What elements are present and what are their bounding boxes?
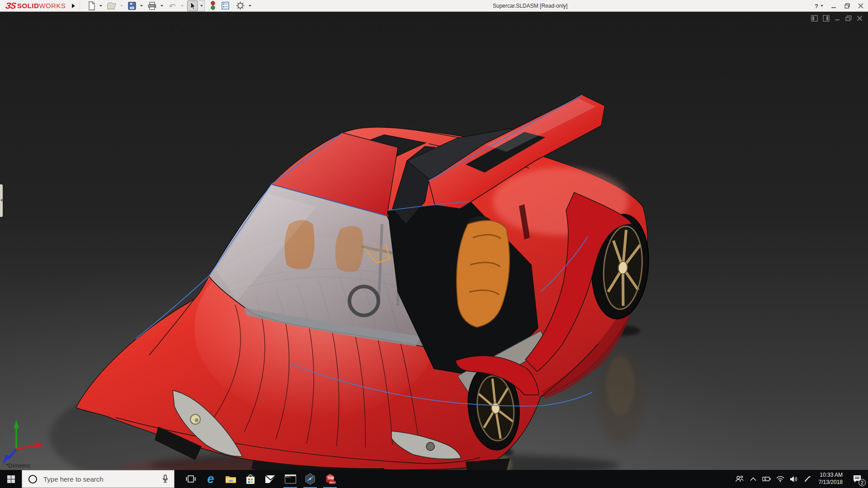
cortana-icon (28, 475, 37, 483)
file-properties-button[interactable] (220, 0, 231, 11)
rebuild-button[interactable] (209, 0, 217, 11)
windows-taskbar: e C (0, 470, 868, 488)
new-document-button[interactable] (86, 0, 97, 11)
print-button[interactable] (146, 0, 158, 11)
open-button[interactable] (106, 0, 118, 11)
pane-right-icon[interactable] (823, 15, 830, 22)
people-button[interactable] (734, 470, 745, 488)
chevron-up-icon (750, 477, 756, 481)
select-tool-dropdown[interactable] (199, 0, 205, 11)
notification-badge: 2 (859, 479, 866, 486)
open-folder-icon (107, 1, 117, 10)
restore-icon (844, 3, 850, 9)
new-document-icon (87, 1, 96, 10)
document-minimize-icon[interactable] (835, 15, 840, 21)
windows-ink-pen-icon (804, 475, 811, 483)
document-window-controls (811, 15, 863, 22)
solidworks-2017-button[interactable]: SW 2017 (320, 470, 340, 488)
print-icon (147, 1, 157, 10)
action-center-button[interactable]: 2 (848, 470, 866, 488)
clock-time: 10:33 AM (819, 472, 843, 479)
microphone-icon[interactable] (162, 474, 169, 483)
tray-overflow-button[interactable] (747, 470, 759, 488)
battery-charging-icon (762, 476, 771, 482)
store-icon (245, 474, 255, 484)
wifi-icon (776, 476, 784, 482)
view-orientation-label: *Dimetric (6, 462, 31, 469)
people-icon (736, 475, 744, 483)
taskbar-clock[interactable]: 10:33 AM 7/13/2018 (815, 472, 846, 486)
triad-y-axis (14, 419, 19, 428)
select-tool-button[interactable] (187, 0, 198, 11)
hexagon-3d-app-button[interactable] (300, 470, 320, 488)
undo-dropdown[interactable] (181, 5, 184, 7)
new-document-dropdown[interactable] (99, 5, 102, 7)
battery-button[interactable] (761, 470, 773, 488)
minimize-icon (831, 4, 836, 9)
options-gear-icon (236, 1, 245, 10)
open-dropdown[interactable] (120, 5, 123, 7)
options-dropdown[interactable] (249, 5, 251, 7)
volume-icon (790, 476, 798, 483)
document-restore-icon[interactable] (845, 15, 852, 22)
undo-icon (168, 1, 177, 10)
document-close-icon[interactable] (857, 15, 863, 21)
rebuild-stoplight-icon (210, 1, 216, 10)
store-button[interactable] (241, 470, 260, 488)
network-button[interactable] (774, 470, 786, 488)
menu-expand-arrow-icon[interactable] (72, 4, 75, 8)
edge-icon: e (207, 473, 214, 485)
undo-button[interactable] (167, 0, 178, 11)
minimize-button[interactable] (831, 4, 836, 9)
file-explorer-button[interactable] (221, 470, 241, 488)
triad-x-axis (35, 442, 43, 449)
document-title: Supercar.SLDASM [Read-only] (493, 0, 567, 12)
windows-ink-button[interactable] (802, 470, 813, 488)
graphics-viewport[interactable]: *Dimetric (0, 12, 868, 470)
supercar-3d-model[interactable] (0, 12, 868, 470)
options-button[interactable] (235, 0, 246, 11)
select-cursor-icon (189, 1, 197, 10)
file-explorer-icon (225, 474, 236, 484)
save-floppy-icon (127, 1, 137, 10)
solidworks-logo-icon: ЗS (5, 1, 16, 11)
pane-left-icon[interactable] (811, 15, 818, 22)
save-button[interactable] (127, 0, 137, 11)
taskbar-apps: e C (181, 470, 340, 488)
close-icon (858, 3, 863, 9)
car-body[interactable] (76, 95, 653, 470)
task-view-button[interactable] (181, 470, 201, 488)
command-prompt-button[interactable]: C:\_ (280, 470, 300, 488)
help-button[interactable]: ? (815, 3, 823, 9)
print-dropdown[interactable] (160, 5, 163, 7)
feature-manager-collapsed-tab[interactable] (0, 184, 3, 217)
taskbar-search[interactable] (22, 470, 175, 488)
restore-button[interactable] (844, 3, 850, 9)
mail-button[interactable] (260, 470, 280, 488)
task-view-icon (186, 474, 196, 484)
solidworks-logo: ЗS SOLIDWORKS (0, 0, 69, 11)
edge-button[interactable]: e (201, 470, 221, 488)
file-properties-icon (221, 1, 230, 10)
close-button[interactable] (858, 3, 863, 9)
clock-date: 7/13/2018 (819, 479, 843, 486)
save-dropdown[interactable] (140, 5, 143, 7)
orientation-triad (3, 419, 43, 465)
help-dropdown[interactable] (821, 5, 823, 7)
toolbar-separator (80, 1, 80, 10)
hexagon-3d-app-icon (305, 473, 316, 485)
mail-icon (265, 475, 276, 483)
start-button[interactable] (0, 470, 22, 488)
search-input[interactable] (43, 475, 147, 483)
volume-button[interactable] (788, 470, 800, 488)
system-tray: 10:33 AM 7/13/2018 2 (734, 470, 868, 488)
titlebar: ЗS SOLIDWORKS (0, 0, 868, 12)
window-controls: ? (815, 0, 863, 12)
main-toolbar (86, 0, 251, 11)
windows-logo-icon (7, 475, 15, 483)
